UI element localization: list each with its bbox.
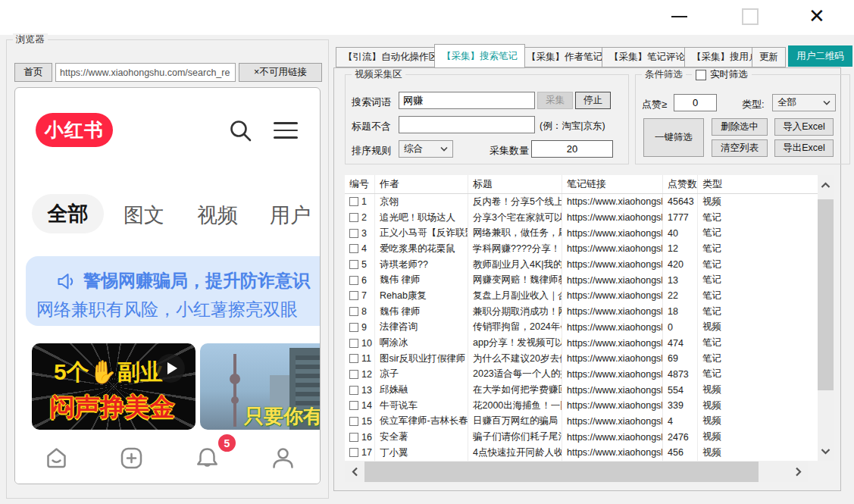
delete-selected-button[interactable]: 删除选中 (712, 118, 768, 136)
profile-icon[interactable] (270, 445, 296, 471)
row-checkbox[interactable] (349, 448, 358, 457)
table-row[interactable]: 4 爱吃浆果的花栗鼠 学科网赚????分享！！ https://www.xiao… (345, 241, 818, 257)
tab-search-notes[interactable]: 【采集】搜索笔记 (434, 44, 525, 68)
row-link: https://www.xiaohongsh... (562, 288, 663, 304)
row-link: https://www.xiaohongsh... (562, 210, 663, 226)
tab-author-notes[interactable]: 【采集】作者笔记 (519, 47, 610, 67)
likes-input[interactable] (674, 94, 717, 111)
row-checkbox[interactable] (349, 323, 358, 332)
exclude-input[interactable] (399, 116, 535, 133)
tab-automation[interactable]: 【引流】自动化操作区 (336, 47, 446, 67)
vertical-scroll-thumb[interactable] (818, 199, 834, 390)
table-row[interactable]: 17 丁小翼 4点快速拉开同龄人收入... https://www.xiaoho… (345, 445, 818, 461)
row-author: 魏伟 律师 (375, 304, 468, 320)
table-row[interactable]: 8 魏伟 律师 兼职分期取消成功！网... https://www.xiaoho… (345, 304, 818, 320)
tab-note-comments[interactable]: 【采集】笔记评论 (602, 47, 693, 67)
row-type: 笔记 (698, 335, 818, 351)
collect-button[interactable]: 采集 (537, 92, 573, 109)
type-select-value: 全部 (777, 96, 796, 109)
home-button[interactable]: 首页 (14, 63, 52, 82)
row-author: 法律咨询 (375, 320, 468, 336)
note-card-2[interactable]: 只要你有电 (200, 343, 321, 430)
row-checkbox[interactable] (349, 213, 358, 222)
user-qrcode-button[interactable]: 用户二维码 (788, 45, 852, 67)
row-checkbox[interactable] (349, 401, 358, 410)
row-checkbox[interactable] (349, 244, 358, 253)
scroll-right-icon[interactable] (788, 462, 808, 482)
row-checkbox[interactable] (349, 307, 358, 316)
one-key-filter-button[interactable]: 一键筛选 (643, 118, 704, 157)
row-likes: 2476 (663, 429, 698, 445)
count-input[interactable] (531, 140, 613, 158)
table-row[interactable]: 11 图sir反职业打假律师 为什么不建议20岁去做... https://ww… (345, 351, 818, 367)
scroll-left-icon[interactable] (345, 462, 364, 482)
tab-update[interactable]: 更新 (752, 47, 786, 67)
header-link: 笔记链接 (562, 175, 663, 193)
row-likes: 22 (663, 288, 698, 304)
site-tab-all[interactable]: 全部 (32, 194, 104, 233)
row-checkbox[interactable] (349, 370, 358, 379)
row-author: 安全薯 (375, 429, 468, 445)
site-tab-user[interactable]: 用户 (270, 202, 311, 229)
row-likes: 456 (663, 445, 698, 461)
horizontal-scroll-thumb[interactable] (364, 462, 759, 482)
row-author: 牛哥说车 (375, 398, 468, 414)
scroll-down-icon[interactable] (818, 441, 834, 461)
row-title: 网赚变网赔！魏律师教... (468, 272, 562, 288)
row-checkbox[interactable] (349, 386, 358, 395)
home-nav-icon[interactable] (43, 445, 70, 471)
create-post-icon[interactable] (118, 445, 145, 471)
table-row[interactable]: 13 邱姝融 在大学如何把学费赚回... https://www.xiaohon… (345, 382, 818, 398)
row-checkbox[interactable] (349, 433, 358, 442)
row-num: 13 (361, 385, 372, 396)
table-row[interactable]: 7 Rehab康复 复盘上月副业收入｜合... https://www.xiao… (345, 288, 818, 304)
row-type: 视频 (698, 320, 818, 336)
type-label: 类型: (742, 98, 765, 111)
row-checkbox[interactable] (349, 276, 358, 285)
row-checkbox[interactable] (349, 291, 358, 300)
scroll-up-icon[interactable] (818, 175, 834, 195)
row-checkbox[interactable] (349, 197, 358, 206)
table-row[interactable]: 9 法律咨询 传销罪拘留，2024年会... https://www.xiaoh… (345, 320, 818, 336)
table-row[interactable]: 14 牛哥说车 花2000出海捕鱼！一网... https://www.xiao… (345, 398, 818, 414)
url-input[interactable] (55, 63, 236, 82)
table-row[interactable]: 2 追光吧！职场达人 分享3个宅在家就可以赚... https://www.xi… (345, 210, 818, 226)
table-row[interactable]: 3 正义小马哥【反诈联盟】 网络兼职，做任务，刷... https://www.… (345, 225, 818, 241)
table-row[interactable]: 6 魏伟 律师 网赚变网赔！魏律师教... https://www.xiaoho… (345, 272, 818, 288)
table-row[interactable]: 10 啊涂冰 app分享！发视频可以... https://www.xiaoho… (345, 335, 818, 351)
table-row[interactable]: 5 诗琪老师?? 教师副业月入4K|我的人... https://www.xia… (345, 257, 818, 273)
row-checkbox[interactable] (349, 229, 358, 238)
row-checkbox[interactable] (349, 260, 358, 269)
realtime-filter-checkbox[interactable] (696, 70, 706, 80)
maximize-icon[interactable] (742, 8, 759, 25)
note-card-1[interactable]: 5个✋副业 闷声挣美金 (32, 343, 196, 430)
sort-select[interactable]: 综合 (399, 140, 453, 158)
close-icon[interactable]: ✕ (809, 5, 825, 27)
type-select[interactable]: 全部 (772, 94, 836, 111)
stop-button[interactable]: 停止 (575, 92, 611, 109)
capture-group: 视频采集区 搜索词语 采集 停止 标题不含 (例：淘宝|京东) 排序规则 综合 … (345, 74, 629, 164)
row-checkbox[interactable] (349, 354, 358, 363)
table-row[interactable]: 1 京翎 反内卷！分享5个线上副... https://www.xiaohong… (345, 194, 818, 210)
clear-list-button[interactable]: 清空列表 (712, 139, 768, 157)
menu-icon[interactable] (274, 122, 298, 144)
table-row[interactable]: 16 安全薯 骗子们请你们耗子尾汁 https://www.xiaohongsh… (345, 429, 818, 445)
table-row[interactable]: 12 凉子 2023适合每一个人的搞... https://www.xiaoho… (345, 367, 818, 383)
vertical-scrollbar[interactable] (818, 175, 834, 461)
invalid-link-button[interactable]: ×不可用链接 (239, 63, 322, 82)
row-checkbox[interactable] (349, 417, 358, 426)
export-excel-button[interactable]: 导出Excel (774, 139, 834, 157)
minimize-icon[interactable] (671, 16, 687, 17)
search-icon[interactable] (228, 118, 254, 144)
site-tab-video[interactable]: 视频 (197, 202, 238, 229)
table-row[interactable]: 15 侯立军律师-吉林长春律师 日赚百万网红的骗局 https://www.xi… (345, 414, 818, 430)
import-excel-button[interactable]: 导入Excel (774, 118, 834, 136)
row-type: 视频 (698, 382, 818, 398)
site-tab-image-text[interactable]: 图文 (124, 202, 164, 229)
row-checkbox[interactable] (349, 339, 358, 348)
play-icon[interactable] (156, 354, 185, 383)
keyword-input[interactable] (399, 92, 535, 109)
bell-icon[interactable] (194, 445, 221, 471)
horizontal-scrollbar[interactable] (345, 462, 808, 482)
row-num: 9 (361, 322, 367, 333)
